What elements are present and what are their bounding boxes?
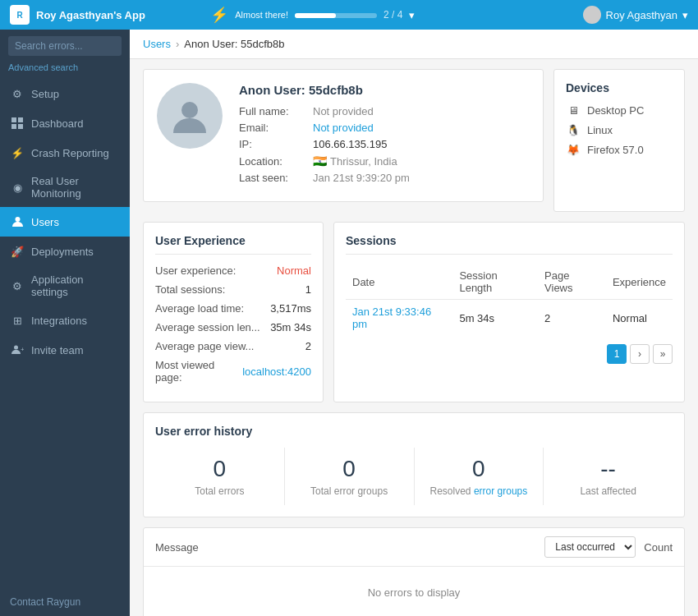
sidebar-item-rum[interactable]: ◉ Real User Monitoring <box>0 168 130 207</box>
lightning-icon: ⚡ <box>210 6 228 24</box>
sort-dropdown[interactable]: Last occurred <box>544 536 636 558</box>
ue-label-3: Average session len... <box>155 321 260 333</box>
ip-row: IP: 106.66.135.195 <box>239 138 530 150</box>
ue-value-5[interactable]: localhost:4200 <box>242 365 311 378</box>
error-table-panel: Message Last occurred Count No errors to… <box>143 527 685 616</box>
sort-area: Last occurred <box>544 536 636 558</box>
advanced-search-link[interactable]: Advanced search <box>0 62 130 79</box>
linux-icon: 🐧 <box>566 122 581 137</box>
experience-sessions-row: User Experience User experience: Normal … <box>143 222 685 402</box>
location-row: Location: 🇮🇳 Thrissur, India <box>239 154 530 168</box>
user-title: Anon User: 55dcfb8b <box>239 83 530 97</box>
sidebar-item-dashboard[interactable]: Dashboard <box>0 108 130 138</box>
message-column-label: Message <box>155 541 544 554</box>
breadcrumb-parent[interactable]: Users <box>143 38 171 50</box>
sidebar-item-deployments[interactable]: 🚀 Deployments <box>0 237 130 266</box>
col-session-length: Session Length <box>452 264 538 300</box>
ue-value-0: Normal <box>277 264 311 277</box>
svg-rect-3 <box>18 124 23 129</box>
breadcrumb: Users › Anon User: 55dcfb8b <box>130 30 698 59</box>
sidebar-label-setup: Setup <box>31 88 59 100</box>
sidebar-item-app-settings[interactable]: ⚙ Application settings <box>0 266 130 306</box>
ue-value-2: 3,517ms <box>270 302 311 315</box>
session-date[interactable]: Jan 21st 9:33:46 pm <box>346 300 452 337</box>
user-avatar <box>583 6 601 24</box>
user-dropdown-icon[interactable]: ▾ <box>682 9 688 21</box>
ue-label-4: Average page view... <box>155 340 254 352</box>
ip-label: IP: <box>239 138 313 150</box>
sidebar-item-invite-team[interactable]: + Invite team <box>0 335 130 365</box>
col-experience: Experience <box>606 264 673 300</box>
session-length: 5m 34s <box>452 300 538 337</box>
user-info-row: Anon User: 55dcfb8b Full name: Not provi… <box>143 69 685 212</box>
svg-rect-2 <box>11 124 16 129</box>
svg-point-7 <box>181 102 198 118</box>
devices-card: Devices 🖥 Desktop PC 🐧 Linux 🦊 Firefox 5… <box>553 69 685 212</box>
ue-label-2: Average load time: <box>155 302 244 315</box>
desktop-icon: 🖥 <box>566 103 581 117</box>
col-page-views: Page Views <box>538 264 606 300</box>
top-bar: R Roy Agasthyan's App ⚡ Almost there! 2 … <box>0 0 698 30</box>
error-stats-row: 0 Total errors 0 Total error groups 0 Re… <box>155 448 673 505</box>
contact-raygun[interactable]: Contact Raygun <box>0 588 130 616</box>
total-errors-label: Total errors <box>155 485 284 497</box>
user-card: Anon User: 55dcfb8b Full name: Not provi… <box>143 69 544 202</box>
svg-rect-1 <box>18 117 23 122</box>
location-value: Thrissur, India <box>330 155 397 168</box>
page-content: Anon User: 55dcfb8b Full name: Not provi… <box>130 59 698 616</box>
ue-row-3: Average session len... 35m 34s <box>155 321 311 333</box>
sessions-panel-title: Sessions <box>346 234 673 255</box>
sidebar-item-integrations[interactable]: ⊞ Integrations <box>0 306 130 335</box>
ue-row-0: User experience: Normal <box>155 264 311 277</box>
email-value[interactable]: Not provided <box>313 122 374 134</box>
svg-point-4 <box>15 217 20 222</box>
error-stat-groups: 0 Total error groups <box>285 448 415 505</box>
device-label-desktop: Desktop PC <box>587 104 644 117</box>
error-table-empty: No errors to display <box>144 567 684 616</box>
ue-label-0: User experience: <box>155 264 236 277</box>
page-btn-last[interactable]: » <box>653 344 673 364</box>
sidebar-item-setup[interactable]: ⚙ Setup <box>0 79 130 108</box>
sidebar-item-crash-reporting[interactable]: ⚡ Crash Reporting <box>0 138 130 168</box>
ue-row-1: Total sessions: 1 <box>155 283 311 296</box>
app-icon: R <box>10 5 30 25</box>
firefox-icon: 🦊 <box>566 142 581 157</box>
content-area: Users › Anon User: 55dcfb8b Anon User: 5… <box>130 30 698 616</box>
sidebar-label-invite-team: Invite team <box>31 344 84 356</box>
ue-label-1: Total sessions: <box>155 283 225 296</box>
page-btn-1[interactable]: 1 <box>607 344 627 364</box>
device-item-firefox: 🦊 Firefox 57.0 <box>566 142 673 157</box>
device-item-linux: 🐧 Linux <box>566 122 673 137</box>
invite-team-icon: + <box>10 342 25 357</box>
total-groups-value: 0 <box>285 456 414 482</box>
sidebar: Advanced search ⚙ Setup Dashboard ⚡ Cras… <box>0 30 130 616</box>
user-area[interactable]: Roy Agasthyan ▾ <box>583 6 688 24</box>
sidebar-label-app-settings: Application settings <box>31 274 120 298</box>
count-label: Count <box>644 541 673 554</box>
app-name: Roy Agasthyan's App <box>36 9 204 21</box>
total-groups-label: Total error groups <box>285 485 414 497</box>
crash-reporting-icon: ⚡ <box>10 145 25 160</box>
user-details: Anon User: 55dcfb8b Full name: Not provi… <box>239 83 530 188</box>
device-label-firefox: Firefox 57.0 <box>587 144 644 156</box>
sidebar-search-wrap <box>0 30 130 62</box>
svg-rect-0 <box>11 117 16 122</box>
sidebar-spacer <box>0 365 130 588</box>
users-icon <box>10 214 25 229</box>
lastseen-value: Jan 21st 9:39:20 pm <box>313 172 410 184</box>
svg-text:+: + <box>21 346 24 353</box>
location-flag: 🇮🇳 <box>313 154 327 168</box>
last-affected-value: -- <box>544 456 673 482</box>
sidebar-item-users[interactable]: Users <box>0 207 130 237</box>
ue-panel-title: User Experience <box>155 234 311 255</box>
session-page-views: 2 <box>538 300 606 337</box>
search-input[interactable] <box>8 36 122 56</box>
email-row: Email: Not provided <box>239 122 530 134</box>
progress-bar-wrap <box>295 13 377 18</box>
ue-value-1: 1 <box>305 283 311 296</box>
total-errors-value: 0 <box>155 456 284 482</box>
dropdown-icon[interactable]: ▾ <box>409 9 415 21</box>
lastseen-label: Last seen: <box>239 172 313 184</box>
error-stat-total: 0 Total errors <box>155 448 285 505</box>
page-btn-next[interactable]: › <box>630 344 650 364</box>
